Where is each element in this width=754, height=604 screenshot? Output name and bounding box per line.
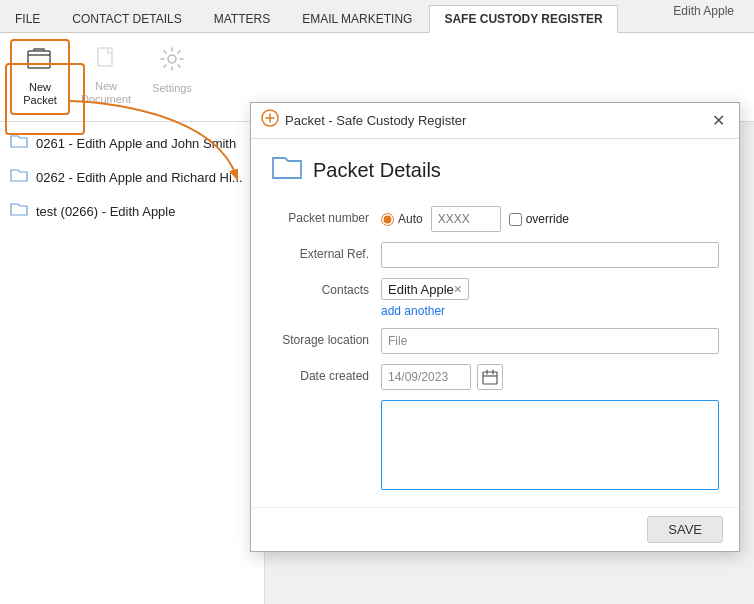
tab-file[interactable]: FILE (0, 5, 55, 32)
nav-bar: FILE CONTACT DETAILS MATTERS EMAIL MARKE… (0, 0, 754, 33)
dialog-close-button[interactable]: ✕ (707, 110, 729, 132)
contact-remove-button[interactable]: × (454, 281, 462, 297)
settings-icon (159, 46, 185, 78)
auto-label: Auto (398, 212, 423, 226)
svg-point-2 (168, 55, 176, 63)
dialog-header: Packet Details (271, 153, 719, 188)
sidebar-item-label: 0262 - Edith Apple and Richard Hi... (36, 170, 243, 185)
list-item[interactable]: 0262 - Edith Apple and Richard Hi... (0, 160, 264, 194)
settings-label: Settings (152, 82, 192, 94)
external-ref-input[interactable] (381, 242, 719, 268)
calendar-button[interactable] (477, 364, 503, 390)
new-packet-button[interactable]: New Packet (10, 39, 70, 115)
date-created-controls (381, 364, 719, 390)
settings-button[interactable]: Settings (142, 39, 202, 101)
new-packet-label: New Packet (23, 81, 57, 107)
packet-folder-icon (271, 153, 303, 188)
date-created-input[interactable] (381, 364, 471, 390)
add-another-link[interactable]: add another (381, 304, 445, 318)
new-document-button[interactable]: New Document (76, 39, 136, 113)
storage-location-row: Storage location (271, 328, 719, 354)
dialog-titlebar: Packet - Safe Custody Register ✕ (251, 103, 739, 139)
list-item[interactable]: test (0266) - Edith Apple (0, 194, 264, 228)
contacts-label: Contacts (271, 278, 381, 297)
list-item[interactable]: 0261 - Edith Apple and John Smith (0, 126, 264, 160)
dialog-footer: SAVE (251, 507, 739, 551)
override-checkbox[interactable] (509, 213, 522, 226)
notes-controls (381, 400, 719, 493)
auto-radio[interactable] (381, 213, 394, 226)
folder-icon (10, 201, 28, 221)
storage-location-input[interactable] (381, 328, 719, 354)
storage-location-label: Storage location (271, 328, 381, 347)
contact-chip-text: Edith Apple (388, 282, 454, 297)
save-button[interactable]: SAVE (647, 516, 723, 543)
packet-number-row: Packet number Auto override (271, 206, 719, 232)
tab-matters[interactable]: MATTERS (199, 5, 285, 32)
sidebar: 0261 - Edith Apple and John Smith 0262 -… (0, 122, 265, 604)
tab-email-marketing[interactable]: EMAIL MARKETING (287, 5, 427, 32)
folder-icon (10, 133, 28, 153)
dialog-body: Packet Details Packet number Auto overri… (251, 139, 739, 507)
notes-row (271, 400, 719, 493)
svg-rect-1 (98, 48, 112, 66)
new-document-icon (94, 46, 118, 76)
tab-contact-details[interactable]: CONTACT DETAILS (57, 5, 196, 32)
contacts-field[interactable]: Edith Apple × (381, 278, 469, 300)
svg-rect-0 (28, 51, 50, 68)
packet-number-input[interactable] (431, 206, 501, 232)
notes-textarea[interactable] (381, 400, 719, 490)
contacts-row: Contacts Edith Apple × add another (271, 278, 719, 318)
dialog-app-icon (261, 109, 279, 132)
sidebar-item-label: 0261 - Edith Apple and John Smith (36, 136, 236, 151)
new-document-label: New Document (81, 80, 131, 106)
tab-safe-custody[interactable]: SAFE CUSTODY REGISTER (429, 5, 617, 33)
override-label: override (526, 212, 569, 226)
dialog-title: Packet - Safe Custody Register (285, 113, 466, 128)
auto-radio-label[interactable]: Auto (381, 212, 423, 226)
storage-location-controls (381, 328, 719, 354)
sidebar-item-label: test (0266) - Edith Apple (36, 204, 175, 219)
svg-rect-4 (483, 372, 497, 384)
date-created-row: Date created (271, 364, 719, 390)
top-user-label: Edith Apple (673, 0, 734, 22)
packet-number-label: Packet number (271, 206, 381, 225)
notes-label (271, 400, 381, 405)
external-ref-row: External Ref. (271, 242, 719, 268)
date-created-label: Date created (271, 364, 381, 383)
contacts-controls: Edith Apple × add another (381, 278, 719, 318)
external-ref-controls (381, 242, 719, 268)
dialog-heading: Packet Details (313, 159, 441, 182)
packet-dialog: Packet - Safe Custody Register ✕ Packet … (250, 102, 740, 552)
external-ref-label: External Ref. (271, 242, 381, 261)
folder-icon (10, 167, 28, 187)
new-packet-icon (26, 47, 54, 77)
packet-number-controls: Auto override (381, 206, 719, 232)
override-checkbox-label[interactable]: override (509, 212, 569, 226)
